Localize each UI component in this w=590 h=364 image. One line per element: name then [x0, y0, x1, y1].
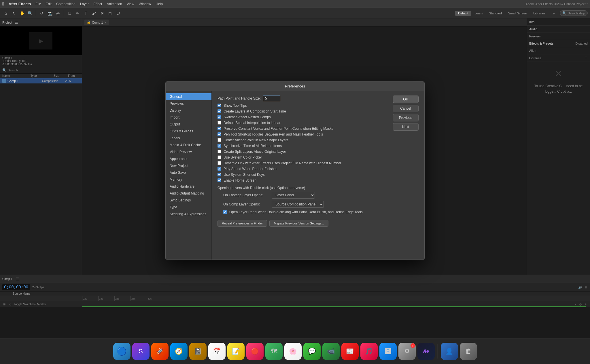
checkbox-create-layers: Create Layers at Composition Start Time: [218, 109, 419, 113]
preferences-dialog: Preferences General Previews Display Imp…: [165, 81, 425, 260]
migrate-settings-button[interactable]: Migrate Previous Version Settings...: [269, 220, 328, 227]
create-split-label: Create Split Layers Above Original Layer: [224, 150, 286, 154]
default-spatial-checkbox[interactable]: [218, 121, 221, 125]
show-tooltips-label: Show Tool Tips: [224, 104, 247, 108]
on-comp-label: On Comp Layer Opens:: [223, 202, 269, 206]
path-point-row: Path Point and Handle Size:: [218, 96, 419, 101]
center-anchor-label: Center Anchor Point in New Shape Layers: [224, 138, 288, 142]
open-layer-panel-label: Open Layer Panel when Double-clicking wi…: [229, 210, 363, 214]
reveal-prefs-button[interactable]: Reveal Preferences in Finder: [218, 220, 267, 227]
checkbox-open-layer-panel: Open Layer Panel when Double-clicking wi…: [223, 210, 419, 214]
pref-general[interactable]: General: [166, 93, 211, 100]
pen-tool-checkbox[interactable]: [218, 132, 221, 136]
open-layer-panel-checkbox[interactable]: [223, 210, 227, 214]
dynamic-link-label: Dynamic Link with After Effects Uses Pro…: [224, 161, 341, 165]
previous-button[interactable]: Previous: [393, 114, 419, 121]
checkbox-play-sound: Play Sound When Render Finishes: [218, 167, 419, 171]
pref-audio-hardware[interactable]: Audio Hardware: [166, 183, 211, 190]
pref-labels[interactable]: Labels: [166, 135, 211, 142]
dialog-action-buttons: OK Cancel Previous Next: [393, 96, 419, 131]
pref-scripting[interactable]: Scripting & Expressions: [166, 211, 211, 218]
checkbox-show-tooltips: Show Tool Tips: [218, 104, 419, 108]
next-button[interactable]: Next: [393, 123, 419, 131]
pref-memory[interactable]: Memory: [166, 176, 211, 183]
pref-bottom-buttons: Reveal Preferences in Finder Migrate Pre…: [218, 220, 419, 227]
sync-time-checkbox[interactable]: [218, 144, 221, 148]
pref-type[interactable]: Type: [166, 204, 211, 211]
dialog-body: General Previews Display Import Output G…: [166, 91, 424, 260]
dialog-titlebar: Preferences: [166, 82, 424, 91]
pref-display[interactable]: Display: [166, 107, 211, 114]
use-system-color-checkbox[interactable]: [218, 155, 221, 159]
create-layers-label: Create Layers at Composition Start Time: [224, 109, 286, 113]
pref-output[interactable]: Output: [166, 121, 211, 128]
pref-auto-save[interactable]: Auto-Save: [166, 169, 211, 176]
checkbox-dynamic-link: Dynamic Link with After Effects Uses Pro…: [218, 161, 419, 165]
preserve-constant-checkbox[interactable]: [218, 127, 221, 130]
checkbox-sync-time: Synchronize Time of All Related Items: [218, 144, 419, 148]
opening-layers-title: Opening Layers with Double-click (use Op…: [218, 186, 419, 190]
checkbox-create-split: Create Split Layers Above Original Layer: [218, 150, 419, 154]
on-comp-select[interactable]: Source Composition Panel Layer Panel Com…: [272, 201, 324, 208]
on-footage-label: On Footage Layer Opens:: [223, 193, 269, 197]
preserve-constant-label: Preserve Constant Vertex and Feather Poi…: [224, 127, 333, 131]
preferences-sidebar: General Previews Display Import Output G…: [166, 91, 212, 260]
checkbox-switches-affect: Switches Affect Nested Comps: [218, 115, 419, 119]
create-layers-checkbox[interactable]: [218, 109, 221, 113]
cancel-button[interactable]: Cancel: [393, 105, 419, 112]
pref-import[interactable]: Import: [166, 114, 211, 121]
checkbox-default-spatial: Default Spatial Interpolation to Linear: [218, 121, 419, 125]
play-sound-checkbox[interactable]: [218, 167, 221, 171]
sync-time-label: Synchronize Time of All Related Items: [224, 144, 282, 148]
use-system-color-label: Use System Color Picker: [224, 155, 262, 159]
center-anchor-checkbox[interactable]: [218, 138, 221, 142]
checkbox-center-anchor: Center Anchor Point in New Shape Layers: [218, 138, 419, 142]
play-sound-label: Play Sound When Render Finishes: [224, 167, 277, 171]
path-point-label: Path Point and Handle Size:: [218, 96, 261, 100]
on-footage-row: On Footage Layer Opens: Layer Panel Foot…: [223, 192, 419, 199]
pref-sync-settings[interactable]: Sync Settings: [166, 197, 211, 204]
checkbox-pen-tool: Pen Tool Shortcut Toggles Between Pen an…: [218, 132, 419, 136]
preferences-content: OK Cancel Previous Next Path Point and H…: [212, 91, 424, 260]
ok-button[interactable]: OK: [393, 96, 419, 103]
path-point-input[interactable]: [263, 96, 280, 101]
pen-tool-label: Pen Tool Shortcut Toggles Between Pen an…: [224, 132, 323, 136]
pref-new-project[interactable]: New Project: [166, 162, 211, 169]
use-system-shortcut-checkbox[interactable]: [218, 173, 221, 176]
enable-home-label: Enable Home Screen: [224, 178, 256, 182]
enable-home-checkbox[interactable]: [218, 178, 221, 182]
pref-grids[interactable]: Grids & Guides: [166, 128, 211, 135]
pref-media-disk[interactable]: Media & Disk Cache: [166, 142, 211, 148]
checkbox-use-system-color: Use System Color Picker: [218, 155, 419, 159]
create-split-checkbox[interactable]: [218, 150, 221, 153]
pref-video-preview[interactable]: Video Preview: [166, 148, 211, 155]
switches-affect-label: Switches Affect Nested Comps: [224, 115, 271, 119]
dynamic-link-checkbox[interactable]: [218, 161, 221, 165]
dialog-overlay: Preferences General Previews Display Imp…: [0, 0, 590, 364]
default-spatial-label: Default Spatial Interpolation to Linear: [224, 121, 280, 125]
on-comp-row: On Comp Layer Opens: Source Composition …: [223, 201, 419, 208]
checkbox-preserve-constant: Preserve Constant Vertex and Feather Poi…: [218, 127, 419, 131]
show-tooltips-checkbox[interactable]: [218, 104, 221, 107]
checkbox-enable-home: Enable Home Screen: [218, 178, 419, 182]
pref-appearance[interactable]: Appearance: [166, 155, 211, 162]
use-system-shortcut-label: Use System Shortcut Keys: [224, 173, 265, 177]
on-footage-select[interactable]: Layer Panel Footage Panel Composition Pa…: [272, 192, 315, 199]
pref-audio-output[interactable]: Audio Output Mapping: [166, 190, 211, 197]
checkbox-use-system-shortcut: Use System Shortcut Keys: [218, 173, 419, 177]
pref-previews[interactable]: Previews: [166, 100, 211, 107]
switches-affect-checkbox[interactable]: [218, 115, 221, 119]
